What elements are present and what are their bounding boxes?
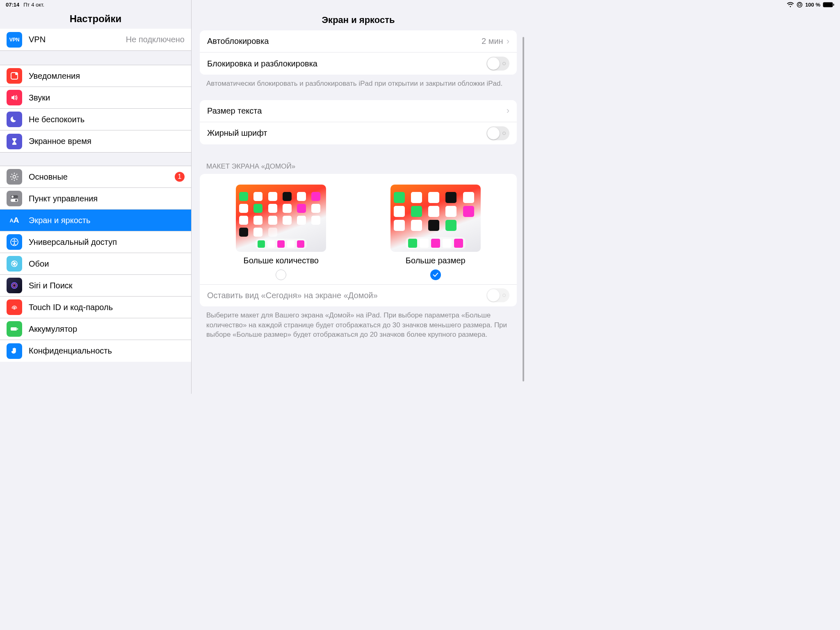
sidebar-item-control-center[interactable]: Пункт управления — [0, 188, 191, 210]
sidebar-item-siri[interactable]: Siri и Поиск — [0, 275, 191, 297]
svg-point-16 — [13, 284, 16, 287]
moon-icon — [7, 112, 22, 127]
wallpaper-icon — [7, 256, 22, 272]
sidebar-item-sounds[interactable]: Звуки — [0, 87, 191, 109]
svg-point-15 — [11, 283, 17, 288]
sidebar-item-wallpaper[interactable]: Обои — [0, 253, 191, 275]
gear-icon — [7, 169, 22, 185]
svg-point-13 — [14, 263, 15, 265]
notifications-icon — [7, 68, 22, 84]
hand-icon — [7, 343, 22, 359]
status-time: 07:14 — [6, 2, 19, 8]
sidebar-item-accessibility[interactable]: Универсальный доступ — [0, 231, 191, 253]
fingerprint-icon — [7, 299, 22, 315]
sidebar-item-touchid[interactable]: Touch ID и код-пароль — [0, 297, 191, 318]
sidebar-item-vpn[interactable]: VPN VPN Не подключено — [0, 29, 191, 50]
badge: 1 — [175, 172, 185, 182]
layout-option-more[interactable]: Больше количество — [236, 185, 326, 280]
sidebar-item-general[interactable]: Основные 1 — [0, 166, 191, 188]
today-switch — [486, 288, 509, 302]
bold-switch[interactable] — [486, 126, 509, 140]
svg-point-7 — [11, 196, 14, 198]
layout-option-bigger[interactable]: Больше размер — [390, 185, 481, 280]
siri-icon — [7, 278, 22, 293]
radio-bigger[interactable] — [430, 269, 441, 280]
sidebar-item-dnd[interactable]: Не беспокоить — [0, 109, 191, 130]
layout-desc: Выберите макет для Вашего экрана «Домой»… — [192, 306, 525, 340]
preview-more — [236, 185, 326, 252]
svg-point-11 — [14, 239, 15, 241]
row-keep-today[interactable]: Оставить вид «Сегодня» на экране «Домой» — [200, 284, 517, 306]
text-size-icon: AA — [7, 212, 22, 228]
row-autolock[interactable]: Автоблокировка 2 мин › — [200, 30, 517, 52]
accessibility-icon — [7, 234, 22, 250]
switches-icon — [7, 191, 22, 206]
vpn-status: Не подключено — [126, 35, 185, 44]
sidebar-item-display[interactable]: AA Экран и яркость — [0, 210, 191, 231]
svg-point-4 — [15, 73, 18, 75]
svg-rect-17 — [11, 327, 17, 331]
row-bold-text[interactable]: Жирный шрифт — [200, 122, 517, 144]
status-date: Пт 4 окт. — [23, 2, 44, 8]
layout-section-header: МАКЕТ ЭКРАНА «ДОМОЙ» — [192, 162, 525, 174]
hourglass-icon — [7, 134, 22, 149]
row-lock-unlock[interactable]: Блокировка и разблокировка — [200, 52, 517, 75]
detail-pane: Экран и яркость Автоблокировка 2 мин › Б… — [192, 0, 525, 394]
svg-point-5 — [13, 176, 16, 178]
svg-point-9 — [15, 199, 17, 201]
chevron-right-icon: › — [507, 36, 509, 47]
detail-title: Экран и яркость — [192, 0, 525, 30]
sidebar-item-battery[interactable]: Аккумулятор — [0, 318, 191, 340]
preview-bigger — [390, 185, 481, 252]
svg-rect-18 — [17, 328, 18, 330]
vpn-icon: VPN — [7, 32, 22, 48]
lock-unlock-desc: Автоматически блокировать и разблокирова… — [192, 75, 525, 89]
sounds-icon — [7, 90, 22, 105]
sidebar-item-notifications[interactable]: Уведомления — [0, 65, 191, 87]
row-text-size[interactable]: Размер текста › — [200, 100, 517, 122]
lock-unlock-switch[interactable] — [486, 57, 509, 71]
sidebar-item-privacy[interactable]: Конфиденциальность — [0, 340, 191, 362]
scroll-indicator — [523, 37, 524, 381]
sidebar: Настройки VPN VPN Не подключено Уведомле… — [0, 0, 192, 394]
sidebar-item-screentime[interactable]: Экранное время — [0, 130, 191, 152]
chevron-right-icon: › — [507, 105, 509, 116]
radio-more[interactable] — [276, 269, 286, 280]
battery-row-icon — [7, 321, 22, 337]
